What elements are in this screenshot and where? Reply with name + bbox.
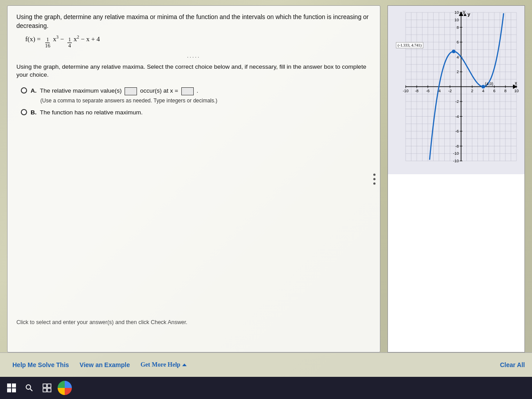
- function-formula: f(x) = 1 16 x3 − 1 4 x2 − x + 4: [25, 35, 371, 49]
- choice-a-content: A. The relative maximum value(s) occur(s…: [31, 86, 217, 103]
- svg-rect-7: [47, 384, 51, 387]
- svg-point-4: [26, 385, 31, 389]
- more-help-arrow-icon: [182, 364, 187, 366]
- choice-a-row: A. The relative maximum value(s) occur(s…: [21, 86, 371, 103]
- dot3: [373, 182, 376, 184]
- choice-a-input2[interactable]: [181, 87, 194, 95]
- x2-term: x2 − x + 4: [74, 35, 100, 43]
- view-example-button[interactable]: View an Example: [74, 359, 135, 371]
- choice-b-content: B. The function has no relative maximum.: [31, 108, 143, 117]
- dot2: [373, 178, 376, 180]
- divider: .....: [16, 53, 371, 59]
- screen: Using the graph, determine any relative …: [0, 0, 532, 399]
- svg-rect-9: [47, 388, 51, 392]
- choice-a-input1[interactable]: [125, 87, 137, 95]
- dots-menu[interactable]: [373, 173, 376, 184]
- taskbar-task-icon[interactable]: [40, 381, 54, 395]
- left-panel: Using the graph, determine any relative …: [7, 5, 380, 352]
- sub-question: Using the graph, determine any relative …: [16, 63, 371, 80]
- choice-b-row: B. The function has no relative maximum.: [21, 108, 371, 117]
- taskbar-search-icon[interactable]: [22, 381, 36, 395]
- dot1: [373, 173, 376, 176]
- choice-a-note: (Use a comma to separate answers as need…: [40, 98, 217, 104]
- right-panel: (-1.333, 4.741): [387, 5, 525, 352]
- choice-a-radio[interactable]: [21, 87, 27, 94]
- fx-label: f(x) =: [25, 35, 42, 43]
- graph-tooltip: (-1.333, 4.741): [396, 42, 423, 48]
- x3-term: x3 −: [53, 35, 65, 43]
- graph-container: (-1.333, 4.741): [388, 6, 524, 174]
- svg-rect-6: [43, 384, 47, 387]
- coeff2-frac: 1 4: [67, 37, 72, 49]
- svg-line-5: [30, 389, 32, 391]
- svg-rect-2: [7, 388, 11, 392]
- main-content: Using the graph, determine any relative …: [0, 0, 532, 352]
- choice-b-radio[interactable]: [21, 109, 27, 115]
- coeff1-frac: 1 16: [44, 37, 51, 49]
- bottom-toolbar: Help Me Solve This View an Example Get M…: [0, 352, 532, 377]
- taskbar: [0, 377, 532, 399]
- svg-rect-8: [43, 388, 47, 392]
- choice-a-label: A. The relative maximum value(s) occur(s…: [31, 87, 198, 94]
- svg-rect-0: [7, 383, 11, 387]
- help-solve-button[interactable]: Help Me Solve This: [7, 359, 74, 371]
- clear-all-button[interactable]: Clear All: [500, 361, 525, 368]
- graph-canvas[interactable]: [388, 6, 524, 174]
- click-instructions: Click to select and enter your answer(s)…: [16, 301, 188, 325]
- taskbar-chrome-icon[interactable]: [58, 381, 72, 395]
- problem-title: Using the graph, determine any relative …: [16, 13, 371, 30]
- svg-rect-1: [12, 383, 16, 387]
- get-more-help-button[interactable]: Get More Help: [135, 359, 192, 371]
- windows-icon[interactable]: [4, 381, 19, 395]
- answer-choices: A. The relative maximum value(s) occur(s…: [21, 86, 371, 117]
- svg-rect-3: [12, 388, 16, 392]
- more-help-label: Get More Help: [141, 361, 180, 368]
